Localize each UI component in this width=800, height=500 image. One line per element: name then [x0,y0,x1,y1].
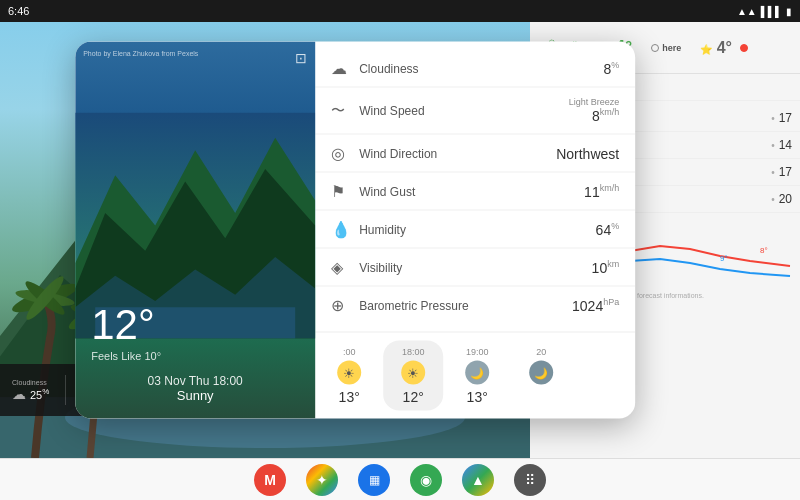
wind-speed-detail-sub: Light Breeze [569,97,620,107]
visibility-icon: ◈ [331,258,359,277]
cloudiness-value: 25% [30,387,49,401]
visibility-detail-label: Visibility [359,260,591,274]
calendar-icon: ▦ [369,473,380,487]
wind-speed-detail-value: 8km/h [592,108,619,124]
wind-direction-detail-value: Northwest [556,145,619,161]
nav-gmail[interactable]: M [254,464,286,496]
wind-gust-detail-label: Wind Gust [359,184,584,198]
hour-temp-2: 13° [467,389,488,405]
service-here[interactable]: here [640,43,692,53]
service-dot-here [651,44,659,52]
list-dot-icon: • [771,113,775,124]
svg-text:8°: 8° [760,246,768,255]
wind-gust-detail-value: 11km/h [584,183,619,199]
hour-icon-3: 🌙 [529,361,553,385]
gmail-icon: M [264,472,276,488]
pressure-detail-value: 1024hPa [572,297,619,313]
list-dot-icon: • [771,167,775,178]
hour-time-0: :00 [343,347,356,357]
hour-time-3: 20 [536,347,546,357]
drive-icon: ▲ [471,472,485,488]
hour-time-1: 18:00 [402,347,425,357]
service-name-here: here [662,43,681,53]
pressure-row: ⊕ Barometric Pressure 1024hPa [315,287,635,324]
photos-icon: ✦ [316,472,328,488]
wind-direction-detail-label: Wind Direction [359,146,556,160]
maps-icon: ◉ [420,472,432,488]
hour-temp-0: 13° [339,389,360,405]
pressure-icon: ⊕ [331,296,359,315]
wind-speed-icon: 〜 [331,102,359,120]
wind-gust-row: ⚑ Wind Gust 11km/h [315,173,635,211]
visibility-detail-value: 10km [592,259,620,275]
svg-text:9°: 9° [720,254,728,263]
weather-detail-card[interactable]: Photo by Elena Zhukova from Pexels ⊡ [75,42,635,419]
visibility-row: ◈ Visibility 10km [315,249,635,287]
nav-calendar[interactable]: ▦ [358,464,390,496]
detail-list: ☁ Cloudiness 8% 〜 Wind Speed Light Breez… [315,42,635,332]
card-left-panel: Photo by Elena Zhukova from Pexels ⊡ [75,42,315,419]
hour-icon-2: 🌙 [465,361,489,385]
card-date: 03 Nov Thu 18:00 [91,374,299,388]
status-time: 6:46 [8,5,29,17]
hour-item-2[interactable]: 19:00 🌙 13° [447,341,507,411]
wind-direction-row: ◎ Wind Direction Northwest [315,135,635,173]
cloudiness-label: Cloudiness [12,379,47,386]
humidity-detail-value: 64% [596,221,620,237]
list-temp: 17 [779,111,792,125]
list-temp: 20 [779,192,792,206]
humidity-row: 💧 Humidity 64% [315,211,635,249]
card-right-panel: ☁ Cloudiness 8% 〜 Wind Speed Light Breez… [315,42,635,419]
hour-item-3[interactable]: 20 🌙 [511,341,571,411]
status-bar: 6:46 ▲▲ ▌▌▌ ▮ [0,0,800,22]
nav-drive[interactable]: ▲ [462,464,494,496]
hour-time-2: 19:00 [466,347,489,357]
nav-maps[interactable]: ◉ [410,464,442,496]
service-dot-other [740,44,748,52]
list-temp: 14 [779,138,792,152]
wind-speed-detail-label: Wind Speed [359,104,568,118]
hour-temp-1: 12° [403,389,424,405]
nav-apps[interactable]: ⠿ [514,464,546,496]
list-dot-icon: • [771,194,775,205]
signal-icon: ▌▌▌ [761,6,782,17]
expand-icon[interactable]: ⊡ [295,50,307,66]
wind-speed-row: 〜 Wind Speed Light Breeze 8km/h [315,88,635,135]
apps-icon: ⠿ [525,472,535,488]
temp-display-2: ⭐ 4° [700,39,732,57]
hour-item-1[interactable]: 18:00 ☀ 12° [383,341,443,411]
list-temp: 17 [779,165,792,179]
pressure-detail-label: Barometric Pressure [359,298,572,312]
cloudiness-detail-value: 8% [603,60,619,76]
humidity-detail-label: Humidity [359,222,595,236]
service-other[interactable] [740,44,792,52]
nav-photos[interactable]: ✦ [306,464,338,496]
cloudiness-detail-label: Cloudiness [359,61,603,75]
cloudiness-icon: ☁ [331,59,359,78]
list-dot-icon: • [771,140,775,151]
wind-direction-icon: ◎ [331,144,359,163]
hour-icon-1: ☀ [401,361,425,385]
card-condition: Sunny [91,388,299,403]
status-icons: ▲▲ ▌▌▌ ▮ [737,6,792,17]
wifi-icon: ▲▲ [737,6,757,17]
photo-credit: Photo by Elena Zhukova from Pexels [83,50,198,57]
card-feels-like: Feels Like 10° [91,350,299,362]
card-temperature: 12° [91,304,299,346]
cloudiness-stat: Cloudiness ☁ 25% [12,379,49,402]
hour-item-0[interactable]: :00 ☀ 13° [319,341,379,411]
bottom-navigation: M ✦ ▦ ◉ ▲ ⠿ [0,458,800,500]
hour-icon-0: ☀ [337,361,361,385]
hourly-forecast-strip[interactable]: :00 ☀ 13° 18:00 ☀ 12° 19:00 🌙 13° [315,332,635,419]
main-background: Cloudiness ☁ 25% Wind Speed Light Air 4 … [0,22,800,458]
wind-gust-icon: ⚑ [331,182,359,201]
cloudiness-row: ☁ Cloudiness 8% [315,50,635,88]
humidity-icon: 💧 [331,220,359,239]
battery-icon: ▮ [786,6,792,17]
